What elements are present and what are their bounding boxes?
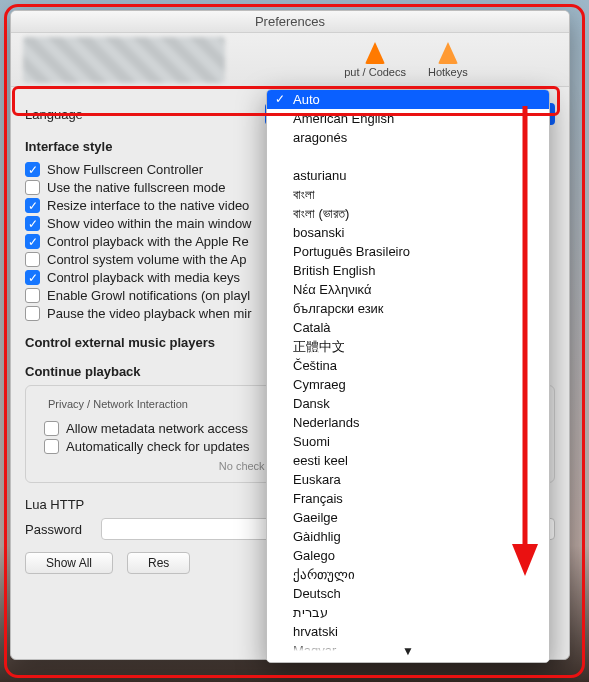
checkbox[interactable]: ✓ — [25, 234, 40, 249]
checkbox[interactable]: ✓ — [25, 198, 40, 213]
language-option[interactable]: Euskara — [267, 470, 549, 489]
language-option[interactable]: Νέα Ελληνικά — [267, 280, 549, 299]
checkbox[interactable] — [25, 180, 40, 195]
language-option[interactable]: Nederlands — [267, 413, 549, 432]
toolbar-item-label: put / Codecs — [344, 66, 406, 78]
language-option[interactable]: American English — [267, 109, 549, 128]
language-option[interactable]: aragonés — [267, 128, 549, 147]
language-option[interactable]: Dansk — [267, 394, 549, 413]
checkbox[interactable] — [44, 421, 59, 436]
cone-icon — [365, 42, 385, 64]
privacy-group-title: Privacy / Network Interaction — [44, 398, 192, 410]
checkbox[interactable]: ✓ — [25, 162, 40, 177]
language-option[interactable] — [267, 147, 549, 166]
language-option[interactable]: Deutsch — [267, 584, 549, 603]
checkbox-label: Enable Growl notifications (on playl — [47, 288, 250, 303]
language-dropdown[interactable]: AutoAmerican Englisharagonésasturianuবাং… — [266, 89, 550, 663]
language-option[interactable]: bosanski — [267, 223, 549, 242]
window-title: Preferences — [11, 11, 569, 33]
language-option[interactable]: Galego — [267, 546, 549, 565]
language-option[interactable]: hrvatski — [267, 622, 549, 641]
language-option[interactable]: Français — [267, 489, 549, 508]
checkbox[interactable] — [44, 439, 59, 454]
checkbox-label: Use the native fullscreen mode — [47, 180, 225, 195]
language-label: Language — [25, 107, 265, 122]
language-option[interactable]: Català — [267, 318, 549, 337]
checkbox-label: Control playback with the Apple Re — [47, 234, 249, 249]
language-option[interactable]: български език — [267, 299, 549, 318]
checkbox-label: Automatically check for updates — [66, 439, 250, 454]
language-option[interactable]: עברית — [267, 603, 549, 622]
checkbox-label: Resize interface to the native video — [47, 198, 249, 213]
checkbox-label: Control playback with media keys — [47, 270, 240, 285]
checkbox-label: Show Fullscreen Controller — [47, 162, 203, 177]
checkbox[interactable] — [25, 306, 40, 321]
language-option[interactable]: 正體中文 — [267, 337, 549, 356]
language-option[interactable]: eesti keel — [267, 451, 549, 470]
language-option[interactable]: Cymraeg — [267, 375, 549, 394]
checkbox-label: Show video within the main window — [47, 216, 252, 231]
reset-button[interactable]: Res — [127, 552, 190, 574]
toolbar-item-codecs[interactable]: put / Codecs — [344, 42, 406, 78]
language-option[interactable]: British English — [267, 261, 549, 280]
checkbox[interactable] — [25, 288, 40, 303]
checkbox-label: Pause the video playback when mir — [47, 306, 252, 321]
language-option[interactable]: বাংলা — [267, 185, 549, 204]
toolbar-item-hotkeys[interactable]: Hotkeys — [428, 42, 468, 78]
checkbox[interactable]: ✓ — [25, 216, 40, 231]
language-option[interactable]: Português Brasileiro — [267, 242, 549, 261]
language-option[interactable]: ქართული — [267, 565, 549, 584]
language-option[interactable]: বাংলা (ভারত) — [267, 204, 549, 223]
language-option[interactable]: asturianu — [267, 166, 549, 185]
show-all-button[interactable]: Show All — [25, 552, 113, 574]
language-option[interactable]: Suomi — [267, 432, 549, 451]
checkbox[interactable] — [25, 252, 40, 267]
lua-password-label: Password — [25, 522, 93, 537]
cone-icon — [438, 42, 458, 64]
checkbox-label: Allow metadata network access — [66, 421, 248, 436]
language-option[interactable]: Auto — [267, 90, 549, 109]
language-option[interactable]: Gaeilge — [267, 508, 549, 527]
checkbox-label: Control system volume with the Ap — [47, 252, 246, 267]
toolbar-item-label: Hotkeys — [428, 66, 468, 78]
language-option[interactable]: Gàidhlig — [267, 527, 549, 546]
dropdown-scroll-indicator[interactable]: ▼ — [267, 644, 549, 662]
blurred-region — [23, 37, 225, 83]
language-option[interactable]: Čeština — [267, 356, 549, 375]
checkbox[interactable]: ✓ — [25, 270, 40, 285]
